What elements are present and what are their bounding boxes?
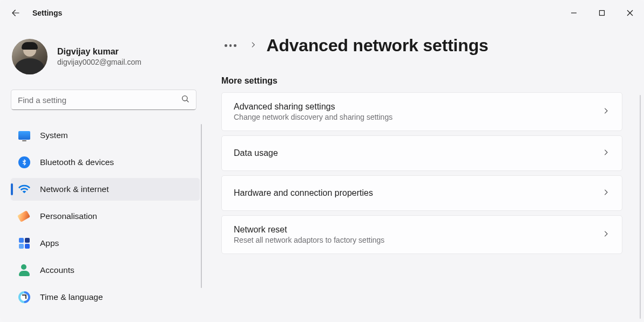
search-box[interactable] — [11, 90, 196, 110]
minimize-button[interactable] — [560, 0, 588, 26]
settings-window: Settings Digvijay kumar digvijay0002@g — [0, 0, 644, 322]
sidebar-item-label: Personalisation — [40, 211, 97, 221]
card-text: Hardware and connection properties — [234, 188, 373, 198]
card-subtitle: Change network discovery and sharing set… — [234, 113, 392, 121]
main-content: Advanced network settings More settings … — [205, 26, 644, 322]
apps-icon — [18, 237, 30, 249]
card-title: Advanced sharing settings — [234, 102, 392, 112]
chevron-right-icon — [602, 230, 610, 240]
sidebar-item-label: Time & language — [40, 292, 103, 302]
search-icon — [181, 94, 191, 105]
sidebar-item-apps[interactable]: Apps — [11, 232, 200, 255]
card-data-usage[interactable]: Data usage — [221, 135, 622, 171]
sidebar-item-label: Network & internet — [40, 184, 109, 194]
profile-text: Digvijay kumar digvijay0002@gmail.com — [57, 47, 141, 66]
app-title: Settings — [32, 9, 62, 17]
section-label: More settings — [221, 76, 630, 86]
sidebar-item-bluetooth[interactable]: Bluetooth & devices — [11, 151, 200, 174]
time-language-icon — [18, 291, 30, 303]
chevron-right-icon — [249, 41, 257, 51]
page-title: Advanced network settings — [267, 36, 489, 56]
maximize-button[interactable] — [588, 0, 616, 26]
sidebar-item-personalisation[interactable]: Personalisation — [11, 205, 200, 228]
profile-email: digvijay0002@gmail.com — [57, 58, 141, 66]
breadcrumb-overflow-button[interactable] — [221, 41, 240, 50]
card-title: Hardware and connection properties — [234, 188, 373, 198]
sidebar-item-time-language[interactable]: Time & language — [11, 286, 200, 309]
sidebar-nav: System Bluetooth & devices Network & int… — [11, 124, 202, 313]
titlebar: Settings — [0, 0, 644, 26]
card-text: Advanced sharing settings Change network… — [234, 102, 392, 121]
sidebar-item-label: Accounts — [40, 265, 74, 275]
breadcrumb: Advanced network settings — [221, 36, 630, 56]
sidebar-item-accounts[interactable]: Accounts — [11, 259, 200, 282]
system-icon — [18, 129, 30, 141]
sidebar: Digvijay kumar digvijay0002@gmail.com Sy… — [0, 26, 205, 322]
settings-cards: Advanced sharing settings Change network… — [221, 92, 630, 254]
personalisation-icon — [18, 210, 30, 222]
bluetooth-icon — [18, 156, 30, 168]
card-title: Network reset — [234, 225, 384, 235]
sidebar-scrollbar[interactable] — [201, 124, 202, 288]
window-controls — [560, 0, 644, 26]
sidebar-item-network[interactable]: Network & internet — [11, 178, 200, 201]
svg-rect-2 — [600, 11, 605, 16]
card-subtitle: Reset all network adaptors to factory se… — [234, 236, 384, 244]
chevron-right-icon — [602, 188, 610, 198]
search-input[interactable] — [18, 95, 181, 105]
chevron-right-icon — [602, 148, 610, 159]
chevron-right-icon — [602, 107, 610, 117]
card-title: Data usage — [234, 148, 278, 158]
avatar — [12, 39, 48, 74]
network-icon — [18, 183, 30, 195]
sidebar-item-label: Apps — [40, 238, 59, 248]
sidebar-item-label: Bluetooth & devices — [40, 157, 114, 167]
card-network-reset[interactable]: Network reset Reset all network adaptors… — [221, 215, 622, 254]
card-advanced-sharing[interactable]: Advanced sharing settings Change network… — [221, 92, 622, 131]
titlebar-left: Settings — [11, 8, 62, 18]
sidebar-item-system[interactable]: System — [11, 124, 200, 147]
main-scrollbar[interactable] — [640, 95, 641, 319]
card-text: Network reset Reset all network adaptors… — [234, 225, 384, 244]
card-text: Data usage — [234, 148, 278, 158]
card-hardware-connection[interactable]: Hardware and connection properties — [221, 175, 622, 211]
profile-name: Digvijay kumar — [57, 47, 141, 57]
sidebar-item-label: System — [40, 131, 68, 140]
profile[interactable]: Digvijay kumar digvijay0002@gmail.com — [11, 39, 202, 74]
accounts-icon — [18, 264, 30, 276]
back-icon[interactable] — [11, 8, 21, 18]
close-button[interactable] — [616, 0, 644, 26]
svg-line-6 — [187, 100, 188, 102]
body: Digvijay kumar digvijay0002@gmail.com Sy… — [0, 26, 644, 322]
